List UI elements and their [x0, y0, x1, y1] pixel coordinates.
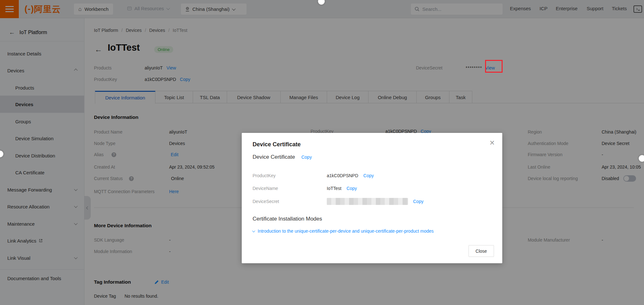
close-icon[interactable]: × [490, 139, 495, 147]
modal-devicename-copy-link[interactable]: Copy [347, 186, 357, 191]
devicesecret-redacted-value [327, 198, 408, 205]
annotation-highlight-box [485, 60, 503, 73]
device-certificate-modal: Device Certificate × Device Certificate … [242, 133, 502, 263]
close-button[interactable]: Close [469, 245, 494, 257]
install-modes-heading: Certificate Installation Modes [253, 216, 322, 222]
chevron-down-icon [252, 229, 255, 232]
modal-field-row: DeviceSecret Copy [253, 198, 424, 205]
annotation-handle-right [639, 155, 644, 162]
modal-productkey-copy-link[interactable]: Copy [363, 173, 374, 178]
modal-field-row: ProductKey a1kC0DPSNPD Copy [253, 173, 374, 178]
modal-devicesecret-copy-link[interactable]: Copy [413, 199, 424, 204]
certificate-copy-link[interactable]: Copy [301, 155, 312, 160]
certificate-section-heading: Device Certificate Copy [253, 154, 312, 160]
install-modes-link[interactable]: Introduction to the unique-certificate-p… [253, 229, 434, 234]
modal-title: Device Certificate [253, 141, 301, 148]
modal-field-row: DeviceName IoTTest Copy [253, 185, 357, 191]
